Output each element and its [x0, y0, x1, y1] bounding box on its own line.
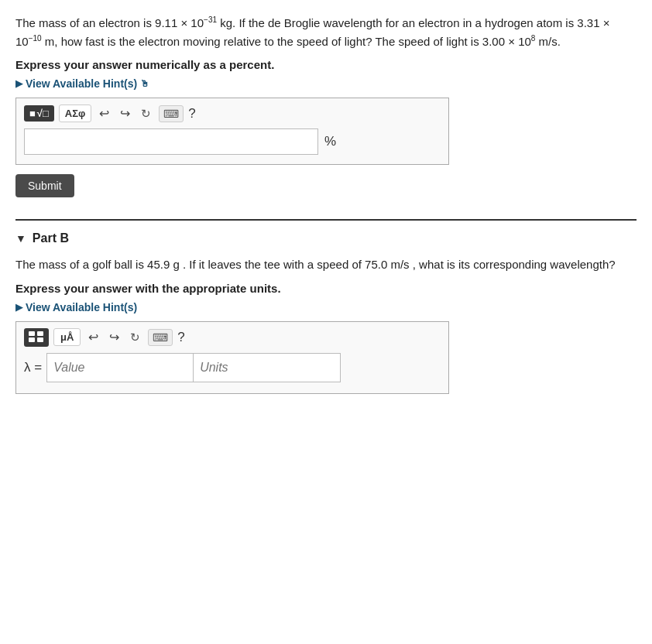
mua-button[interactable]: μÅ	[53, 328, 81, 346]
keyboard-button[interactable]: ⌨	[159, 105, 184, 122]
sqrt-button[interactable]: ■ √□	[24, 105, 54, 122]
mua-label: μÅ	[60, 331, 74, 343]
redo-icon: ↪	[120, 107, 130, 120]
part-a-toolbar: ■ √□ ΑΣφ ↩ ↪ ↻ ⌨ ?	[24, 104, 441, 122]
hint-cursor-icon: 🖱	[140, 78, 149, 89]
redo-button[interactable]: ↪	[117, 104, 133, 122]
part-a-answer-box: ■ √□ ΑΣφ ↩ ↪ ↻ ⌨ ? %	[15, 98, 449, 165]
problem-text-4: m/s.	[535, 35, 561, 48]
part-b-answer-box: μÅ ↩ ↪ ↻ ⌨ ? λ =	[15, 321, 449, 394]
exponent-2: −10	[29, 34, 42, 43]
part-a-hint-link[interactable]: ▶ View Available Hint(s) 🖱	[15, 77, 637, 90]
part-b-help-icon[interactable]: ?	[177, 330, 184, 345]
keyboard-icon: ⌨	[163, 108, 179, 120]
part-b-keyboard-icon: ⌨	[153, 331, 168, 344]
part-a-problem-text: The mass of an electron is 9.11 × 10−31 …	[15, 14, 637, 50]
hint-arrow-icon: ▶	[15, 78, 22, 89]
lambda-label: λ =	[24, 353, 42, 382]
part-a-input-row: %	[24, 128, 441, 155]
page: The mass of an electron is 9.11 × 10−31 …	[0, 0, 652, 644]
part-b-label: ▼ Part B	[15, 231, 637, 245]
exponent-1: −31	[204, 15, 217, 24]
part-a-instruction: Express your answer numerically as a per…	[15, 58, 637, 71]
section-divider	[15, 219, 637, 221]
sqrt-label: √□	[37, 108, 49, 119]
part-b-refresh-button[interactable]: ↻	[127, 329, 143, 346]
part-b-refresh-icon: ↻	[130, 331, 140, 344]
matrix-grid-icon	[29, 331, 44, 344]
part-b-redo-icon: ↪	[109, 331, 119, 344]
part-b-keyboard-button[interactable]: ⌨	[148, 329, 173, 346]
part-b-hint-link[interactable]: ▶ View Available Hint(s)	[15, 301, 637, 313]
refresh-button[interactable]: ↻	[138, 105, 154, 122]
part-b-hint-arrow-icon: ▶	[15, 302, 22, 313]
problem-text-1: The mass of an electron is 9.11 × 10	[15, 16, 204, 29]
greek-button[interactable]: ΑΣφ	[59, 104, 92, 122]
greek-label: ΑΣφ	[65, 108, 86, 119]
part-b-instruction: Express your answer with the appropriate…	[15, 282, 637, 295]
part-b-title: Part B	[33, 231, 69, 245]
part-b-problem-text: The mass of a golf ball is 45.9 g . If i…	[15, 256, 637, 274]
submit-button[interactable]: Submit	[15, 174, 74, 197]
sqrt-icon: ■	[29, 108, 36, 119]
part-b-redo-button[interactable]: ↪	[106, 328, 122, 346]
part-b-toolbar: μÅ ↩ ↪ ↻ ⌨ ?	[24, 328, 441, 347]
part-b-undo-icon: ↩	[88, 331, 98, 344]
value-input[interactable]	[46, 353, 194, 382]
part-a-answer-input[interactable]	[24, 128, 318, 155]
part-b-input-row: λ =	[24, 353, 441, 382]
matrix-button[interactable]	[24, 328, 49, 347]
undo-icon: ↩	[99, 107, 109, 120]
help-icon[interactable]: ?	[188, 106, 195, 122]
part-b-undo-button[interactable]: ↩	[85, 328, 101, 346]
units-input[interactable]	[194, 353, 341, 382]
problem-text-3: m, how fast is the electron moving relat…	[42, 35, 531, 48]
part-b-hint-link-label: View Available Hint(s)	[26, 301, 137, 313]
undo-button[interactable]: ↩	[96, 104, 112, 122]
part-b-arrow: ▼	[15, 232, 26, 245]
hint-link-label: View Available Hint(s)	[26, 77, 137, 90]
refresh-icon: ↻	[141, 107, 151, 120]
part-a-unit-label: %	[324, 134, 336, 149]
